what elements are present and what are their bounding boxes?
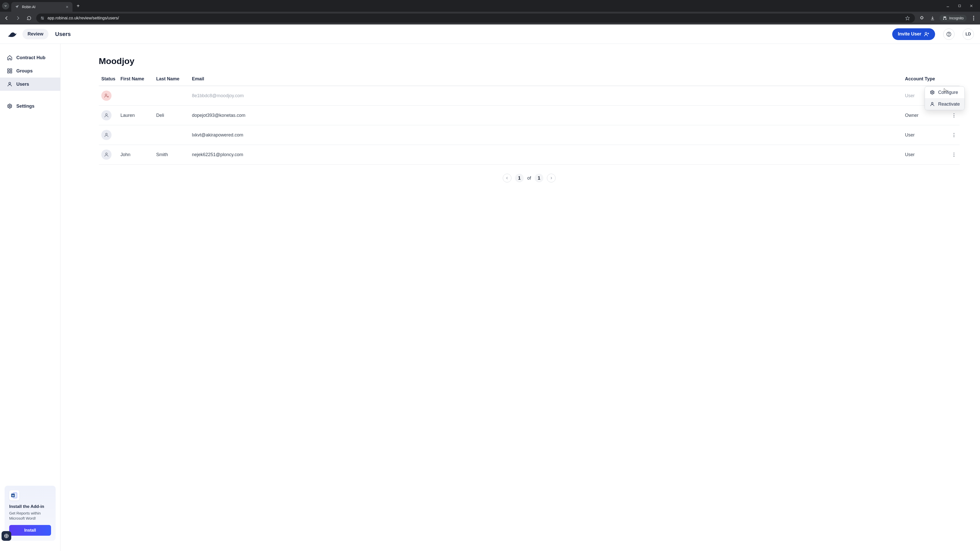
cell-first-name [118, 86, 154, 106]
row-menu-button[interactable]: ⋮ [948, 145, 959, 165]
reload-button[interactable] [25, 14, 33, 22]
cell-account-type: User [902, 145, 948, 165]
invite-user-button[interactable]: Invite User [892, 28, 935, 40]
table-row: JohnSmithnejek62251@ploncy.comUser⋮ [99, 145, 959, 165]
svg-point-14 [973, 17, 974, 19]
cell-last-name: Smith [154, 145, 189, 165]
cell-email: dopejot393@konetas.com [189, 106, 902, 125]
bookmark-icon[interactable] [904, 14, 912, 22]
downloads-icon[interactable] [929, 14, 936, 22]
table-row: LaurenDelidopejot393@konetas.comOwner⋮ [99, 106, 959, 125]
support-launcher[interactable] [2, 531, 11, 541]
table-row: lxkvt@akirapowered.comUser⋮ [99, 125, 959, 145]
popover-reactivate-label: Reactivate [938, 102, 960, 107]
help-button[interactable] [943, 29, 955, 40]
svg-text:W: W [12, 494, 14, 497]
pager-of: of [527, 176, 531, 181]
tab-title: Robin AI [22, 5, 62, 9]
col-last-name: Last Name [154, 73, 189, 86]
page-title: Users [55, 31, 71, 38]
svg-point-39 [6, 535, 7, 537]
tab-search-button[interactable] [2, 2, 9, 10]
address-bar[interactable]: app.robinai.co.uk/review/settings/users/ [36, 14, 915, 23]
minimize-button[interactable] [944, 2, 951, 10]
cell-account-type: User [902, 125, 948, 145]
review-pill[interactable]: Review [22, 29, 48, 39]
url-text: app.robinai.co.uk/review/settings/users/ [48, 16, 901, 21]
profile-avatar[interactable]: LD [963, 29, 974, 40]
svg-point-20 [948, 35, 949, 35]
incognito-icon [942, 16, 947, 21]
incognito-indicator[interactable]: Incognito [939, 15, 967, 21]
app-header: Review Users Invite User LD [0, 24, 980, 44]
svg-point-35 [106, 153, 107, 155]
app-body: Contract Hub Groups Users Settings W Ins… [0, 44, 980, 551]
cell-last-name [154, 86, 189, 106]
sidebar-item-label: Groups [16, 68, 33, 74]
gear-icon [6, 103, 13, 109]
cell-last-name: Deli [154, 106, 189, 125]
prev-page-button[interactable] [503, 174, 511, 183]
site-settings-icon[interactable] [40, 16, 45, 21]
maximize-button[interactable] [956, 2, 963, 10]
forward-button[interactable] [14, 14, 22, 22]
cell-first-name: Lauren [118, 106, 154, 125]
gear-icon [929, 89, 935, 95]
col-first-name: First Name [118, 73, 154, 86]
status-avatar-icon [101, 130, 111, 140]
user-icon [6, 81, 13, 87]
invite-user-label: Invite User [898, 32, 921, 37]
popover-reactivate[interactable]: Reactivate [925, 98, 964, 110]
back-button[interactable] [3, 14, 11, 22]
addin-desc: Get Reports within Microsoft Word! [9, 511, 51, 521]
svg-rect-24 [10, 71, 12, 73]
svg-rect-3 [959, 5, 961, 7]
users-table: Status First Name Last Name Email Accoun… [99, 73, 959, 165]
sidebar-item-groups[interactable]: Groups [0, 64, 60, 78]
sidebar-item-users[interactable]: Users [0, 78, 60, 91]
svg-point-25 [9, 83, 11, 84]
browser-tab[interactable]: Robin AI [11, 2, 73, 12]
browser-menu-icon[interactable] [970, 14, 977, 22]
addin-title: Install the Add-in [9, 504, 51, 509]
svg-rect-21 [8, 69, 9, 70]
sidebar-item-settings[interactable]: Settings [0, 100, 60, 113]
cell-last-name [154, 125, 189, 145]
add-user-icon [924, 32, 929, 37]
svg-rect-22 [10, 69, 12, 70]
cell-first-name [118, 125, 154, 145]
browser-chrome: Robin AI + app.robinai.co.uk/review/sett… [0, 0, 980, 24]
current-page: 1 [515, 174, 524, 183]
sidebar-item-contract-hub[interactable]: Contract Hub [0, 51, 60, 64]
status-avatar-icon [101, 110, 111, 121]
tab-strip: Robin AI + [0, 0, 980, 12]
new-tab-button[interactable]: + [75, 2, 82, 10]
sidebar-item-label: Settings [16, 103, 35, 109]
tab-close-button[interactable] [65, 5, 69, 9]
table-row: 8e1bbdc8@moodjoy.comUser⋮ [99, 86, 959, 106]
home-icon [6, 55, 13, 61]
popover-configure-label: Configure [938, 90, 958, 95]
next-page-button[interactable] [547, 174, 555, 183]
addin-card: W Install the Add-in Get Reports within … [5, 486, 56, 541]
sidebar: Contract Hub Groups Users Settings W Ins… [0, 44, 60, 551]
extensions-icon[interactable] [918, 14, 926, 22]
cell-email: 8e1bbdc8@moodjoy.com [189, 86, 902, 106]
svg-point-16 [925, 32, 927, 34]
row-actions-popover: Configure Reactivate [924, 86, 965, 110]
svg-marker-11 [906, 16, 910, 20]
browser-toolbar: app.robinai.co.uk/review/settings/users/… [0, 12, 980, 24]
user-icon [929, 101, 935, 107]
close-window-button[interactable] [968, 2, 975, 10]
svg-point-9 [41, 17, 42, 17]
window-controls [944, 2, 978, 10]
svg-point-15 [973, 19, 974, 21]
row-menu-button[interactable]: ⋮ [948, 125, 959, 145]
status-avatar-icon [101, 91, 111, 101]
svg-point-33 [106, 114, 107, 115]
popover-configure[interactable]: Configure [925, 86, 964, 98]
svg-point-30 [105, 94, 107, 96]
col-email: Email [189, 73, 902, 86]
install-button[interactable]: Install [9, 525, 51, 536]
app-logo-icon[interactable] [6, 28, 18, 40]
